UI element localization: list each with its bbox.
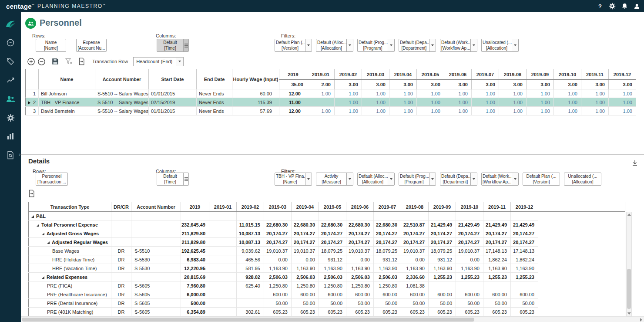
settings-icon[interactable] (608, 2, 616, 10)
detail-row-total-personnel-expense[interactable]: Total Personnel Expense232,645.4911,015.… (29, 220, 625, 229)
cell-end-date[interactable]: Never Ends (196, 98, 232, 107)
cell-month-value[interactable] (307, 98, 334, 107)
cell-month-value[interactable]: 1.00 (334, 98, 362, 107)
cell-month-value[interactable]: 1.00 (471, 107, 499, 115)
field-pill-expense[interactable]: Expense[Account Nu... (76, 39, 107, 52)
cell-month-value[interactable]: 1.00 (444, 107, 471, 115)
detail-row-adjusted-regular-wages[interactable]: Adjusted Regular Wages211,829.8010,087.1… (29, 238, 625, 247)
vertical-scroll-thumb[interactable] (627, 269, 631, 309)
cell-month-value[interactable]: 1.00 (334, 89, 362, 98)
collapse-node-icon[interactable] (31, 215, 34, 218)
cell-month-value[interactable]: 1.00 (334, 107, 362, 115)
cell-account[interactable]: S-5510 -- Salary Wages (95, 107, 149, 115)
cell-month-value[interactable]: 1.00 (553, 98, 581, 107)
chevron-down-icon[interactable] (176, 58, 183, 66)
field-pill-personnel[interactable]: Personnel[Transaction ... (36, 173, 68, 186)
cell-start-date[interactable]: 01/01/2015 (148, 89, 196, 98)
detail-row-related-expenses[interactable]: Related Expenses20,815.69928.022,506.032… (29, 273, 625, 281)
collapse-node-icon[interactable] (37, 224, 39, 227)
horizontal-scrollbar[interactable] (21, 316, 644, 322)
cell-month-value[interactable]: 1.00 (499, 98, 526, 107)
dropdown-arrow-icon[interactable] (429, 173, 436, 185)
scroll-right-icon[interactable] (640, 318, 642, 322)
drag-grip-icon[interactable] (183, 39, 188, 51)
remove-row-button[interactable] (37, 58, 46, 66)
dropdown-arrow-icon[interactable] (388, 39, 394, 51)
field-pill-default[interactable]: Default[Time] (157, 39, 189, 52)
dropdown-arrow-icon[interactable] (346, 173, 353, 185)
detail-row-pre-healthcare-insurance[interactable]: PRE (Healthcare Insurance)DRS-56056,000.… (29, 290, 625, 299)
collapse-node-icon[interactable] (47, 241, 50, 244)
cell-end-date[interactable]: Never Ends (196, 89, 232, 98)
cell-year-total[interactable]: 12.00 (279, 107, 307, 115)
centage-logo-icon[interactable] (5, 19, 16, 29)
field-pill-name[interactable]: Name[Name] (36, 39, 66, 52)
details-vertical-scrollbar[interactable] (626, 212, 632, 316)
field-pill-default-alloc[interactable]: Default (Alloc...[Allocation] (357, 173, 395, 186)
detail-row-pre-401k-matching[interactable]: PRE (401K Matching)DRS-56056,354.89302.6… (29, 308, 625, 316)
cell-month-value[interactable]: 1.00 (608, 89, 636, 98)
cell-month-value[interactable]: 1.00 (307, 89, 334, 98)
cell-month-value[interactable]: 1.00 (499, 107, 526, 115)
cell-month-value[interactable]: 1.00 (416, 89, 444, 98)
cell-year-total[interactable]: 12.00 (279, 89, 307, 98)
cell-month-value[interactable]: 1.00 (471, 89, 499, 98)
dropdown-arrow-icon[interactable] (512, 39, 518, 51)
cell-month-value[interactable]: 1.00 (581, 89, 608, 98)
cell-month-value[interactable]: 1.00 (581, 98, 608, 107)
personnel-row-david-bernstein[interactable]: 3David BernsteinS-5510 -- Salary Wages01… (26, 107, 636, 115)
measure-dropdown[interactable]: Headcount (End) (133, 57, 184, 66)
cell-month-value[interactable]: 1.00 (416, 98, 444, 107)
field-pill-default-depa[interactable]: Default (Depa...[Department] (399, 39, 436, 52)
cell-start-date[interactable]: 01/01/2015 (148, 107, 196, 115)
cell-name[interactable]: David Bernstein (39, 107, 95, 115)
cell-month-value[interactable]: 1.00 (389, 89, 416, 98)
field-pill-default-plan[interactable]: Default Plan (...[Version] (523, 173, 560, 186)
field-pill-tbh-vp-fina[interactable]: TBH - VP Fina...[Name] (275, 173, 312, 186)
cell-start-date[interactable]: 02/15/2019 (148, 98, 196, 107)
field-pill-unallocated[interactable]: Unallocated (...[Allocation] (481, 39, 519, 52)
detail-row-p-l[interactable]: P&L (29, 212, 625, 220)
dropdown-arrow-icon[interactable] (470, 173, 477, 185)
expand-sidebar-icon[interactable]: › (19, 152, 20, 157)
dropdown-arrow-icon[interactable] (305, 39, 312, 51)
cell-month-value[interactable]: 1.00 (389, 98, 416, 107)
cell-month-value[interactable]: 1.00 (389, 107, 416, 115)
field-pill-default-alloc[interactable]: Default (Alloc...[Allocation] (316, 39, 353, 52)
cell-month-value[interactable]: 1.00 (307, 107, 334, 115)
comments-icon[interactable] (5, 38, 16, 47)
field-pill-default-prog[interactable]: Default (Prog...[Program] (399, 173, 436, 186)
cell-month-value[interactable]: 1.00 (553, 107, 581, 115)
help-icon[interactable]: ? (596, 2, 604, 10)
personnel-row-tbh-vp-finance[interactable]: 2TBH - VP FinanceS-5510 -- Salary Wages0… (26, 98, 636, 107)
download-icon[interactable] (631, 159, 639, 167)
cell-hourly-wage[interactable]: 57.69 (232, 107, 279, 115)
detail-row-hre-holiday-time[interactable]: HRE (Holiday Time)DRS-55306,983.40465.56… (29, 255, 625, 264)
settings-nav-icon[interactable] (5, 113, 16, 122)
cell-month-value[interactable]: 1.00 (499, 89, 526, 98)
details-export-icon[interactable] (28, 189, 35, 197)
scroll-up-icon[interactable] (627, 214, 631, 216)
cell-hourly-wage[interactable]: 115.39 (232, 98, 279, 107)
cell-year-total[interactable]: 11.00 (279, 98, 307, 107)
field-pill-default-depa[interactable]: Default (Depa...[Department] (440, 173, 477, 186)
cell-month-value[interactable]: 1.00 (444, 89, 471, 98)
field-pill-default-work[interactable]: Default (Work...[Workflow Ap... (440, 39, 477, 52)
cell-month-value[interactable]: 1.00 (581, 107, 608, 115)
detail-row-base-wages[interactable]: Base WagesDRS-5510192,625.459,039.6219,0… (29, 247, 625, 255)
field-pill-default[interactable]: Default[Time] (157, 173, 189, 186)
add-row-button[interactable] (27, 58, 35, 66)
cell-account[interactable]: S-5510 -- Salary Wages (95, 89, 149, 98)
dropdown-arrow-icon[interactable] (470, 39, 477, 51)
dropdown-arrow-icon[interactable] (388, 173, 394, 185)
cell-month-value[interactable]: 1.00 (608, 98, 636, 107)
section-splitter[interactable] (21, 154, 644, 155)
field-pill-default-prog[interactable]: Default (Prog...[Program] (357, 39, 395, 52)
cell-month-value[interactable]: 1.00 (362, 89, 389, 98)
dropdown-arrow-icon[interactable] (305, 173, 312, 185)
cell-month-value[interactable]: 1.00 (362, 107, 389, 115)
report-search-icon[interactable]: › (5, 150, 16, 160)
field-pill-unallocated[interactable]: Unallocated (...[Allocation] (564, 173, 601, 186)
collapse-node-icon[interactable] (42, 233, 44, 235)
save-button[interactable] (51, 58, 59, 65)
